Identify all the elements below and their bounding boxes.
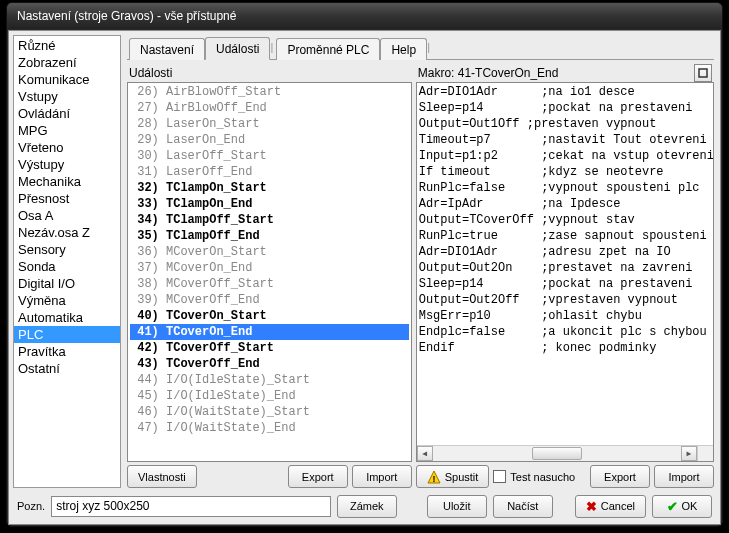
tab-události[interactable]: Události — [205, 37, 270, 60]
sidebar-item-ovládání[interactable]: Ovládání — [14, 105, 120, 122]
sidebar-item-pravítka[interactable]: Pravítka — [14, 343, 120, 360]
event-row[interactable]: 26) AirBlowOff_Start — [130, 84, 409, 100]
macro-export-button[interactable]: Export — [590, 465, 650, 488]
event-row[interactable]: 30) LaserOff_Start — [130, 148, 409, 164]
tab-strip: NastaveníUdálosti|Proměnné PLCHelp| — [127, 35, 714, 59]
macro-line[interactable]: Timeout=p7 ;nastavit Tout otevreni — [419, 132, 711, 148]
event-row[interactable]: 43) TCoverOff_End — [130, 356, 409, 372]
event-row[interactable]: 36) MCoverOn_Start — [130, 244, 409, 260]
ok-icon: ✔ — [667, 499, 678, 514]
macro-line[interactable]: Output=Out2On ;prestavet na zavreni — [419, 260, 711, 276]
macro-line[interactable]: Input=p1:p2 ;cekat na vstup otevreni — [419, 148, 711, 164]
sidebar-item-vřeteno[interactable]: Vřeteno — [14, 139, 120, 156]
macro-line[interactable]: Sleep=p14 ;pockat na prestaveni — [419, 100, 711, 116]
warning-icon: ! — [427, 470, 441, 484]
ok-button[interactable]: ✔ OK — [652, 495, 712, 518]
tab-help[interactable]: Help — [380, 38, 427, 60]
event-row[interactable]: 44) I/O(IdleState)_Start — [130, 372, 409, 388]
sidebar-item-komunikace[interactable]: Komunikace — [14, 71, 120, 88]
event-row[interactable]: 47) I/O(WaitState)_End — [130, 420, 409, 436]
macro-line[interactable]: Endplc=false ;a ukoncit plc s chybou — [419, 324, 711, 340]
cancel-button[interactable]: ✖ Cancel — [575, 495, 646, 518]
macro-line[interactable]: MsgErr=p10 ;ohlasit chybu — [419, 308, 711, 324]
event-row[interactable]: 37) MCoverOn_End — [130, 260, 409, 276]
event-row[interactable]: 29) LaserOn_End — [130, 132, 409, 148]
macro-line[interactable]: RunPlc=true ;zase sapnout spousteni — [419, 228, 711, 244]
note-label: Pozn. — [17, 500, 45, 512]
svg-text:!: ! — [432, 474, 435, 484]
sidebar-item-mpg[interactable]: MPG — [14, 122, 120, 139]
scroll-left-arrow[interactable]: ◀ — [417, 446, 433, 461]
event-row[interactable]: 39) MCoverOff_End — [130, 292, 409, 308]
event-row[interactable]: 42) TCoverOff_Start — [130, 340, 409, 356]
event-row[interactable]: 33) TClampOn_End — [130, 196, 409, 212]
sidebar-item-sensory[interactable]: Sensory — [14, 241, 120, 258]
svg-rect-0 — [699, 69, 707, 77]
macro-line[interactable]: If timeout ;kdyz se neotevre — [419, 164, 711, 180]
tab-proměnné plc[interactable]: Proměnné PLC — [276, 38, 380, 60]
scroll-track[interactable] — [433, 446, 681, 461]
cancel-icon: ✖ — [586, 499, 597, 514]
macro-line[interactable]: Output=TCoverOff ;vypnout stav — [419, 212, 711, 228]
sidebar-item-vstupy[interactable]: Vstupy — [14, 88, 120, 105]
macro-line[interactable]: Output=Out2Off ;vprestaven vypnout — [419, 292, 711, 308]
event-row[interactable]: 31) LaserOff_End — [130, 164, 409, 180]
sidebar-item-přesnost[interactable]: Přesnost — [14, 190, 120, 207]
sidebar-item-automatika[interactable]: Automatika — [14, 309, 120, 326]
scroll-corner — [697, 445, 713, 461]
event-row[interactable]: 38) MCoverOff_Start — [130, 276, 409, 292]
tab-nastavení[interactable]: Nastavení — [129, 38, 205, 60]
macro-header: Makro: 41-TCoverOn_End — [418, 66, 559, 80]
dryrun-checkbox[interactable] — [493, 470, 506, 483]
sidebar-item-výstupy[interactable]: Výstupy — [14, 156, 120, 173]
sidebar-item-plc[interactable]: PLC — [14, 326, 120, 343]
sidebar-item-různé[interactable]: Různé — [14, 37, 120, 54]
event-row[interactable]: 46) I/O(WaitState)_Start — [130, 404, 409, 420]
tab-separator: | — [427, 41, 433, 53]
event-row[interactable]: 28) LaserOn_Start — [130, 116, 409, 132]
macro-line[interactable]: RunPlc=false ;vypnout spousteni plc — [419, 180, 711, 196]
event-row[interactable]: 41) TCoverOn_End — [130, 324, 409, 340]
sidebar-item-ostatní[interactable]: Ostatní — [14, 360, 120, 377]
macro-code[interactable]: Adr=DIO1Adr ;na io1 desceSleep=p14 ;pock… — [416, 82, 714, 462]
load-button[interactable]: Načíst — [493, 495, 553, 518]
scroll-thumb[interactable] — [532, 447, 582, 460]
macro-line[interactable]: Adr=IpAdr ;na Ipdesce — [419, 196, 711, 212]
macro-run-button[interactable]: ! Spustit — [416, 465, 490, 488]
window-title: Nastavení (stroje Gravos) - vše přístupn… — [17, 9, 236, 23]
dialog-footer: Pozn. Zámek Uložit Načíst ✖ Cancel ✔ OK — [9, 488, 720, 524]
macro-line[interactable]: Endif ; konec podminky — [419, 340, 711, 356]
event-row[interactable]: 32) TClampOn_Start — [130, 180, 409, 196]
sidebar-item-osa a[interactable]: Osa A — [14, 207, 120, 224]
events-export-button[interactable]: Export — [288, 465, 348, 488]
macro-h-scrollbar[interactable]: ◀ ▶ — [417, 445, 697, 461]
scroll-right-arrow[interactable]: ▶ — [681, 446, 697, 461]
macro-import-button[interactable]: Import — [654, 465, 714, 488]
macro-line[interactable]: Adr=DIO1Adr ;na io1 desce — [419, 84, 711, 100]
events-list[interactable]: 26) AirBlowOff_Start 27) AirBlowOff_End … — [127, 82, 412, 462]
note-input[interactable] — [51, 496, 331, 517]
lock-button[interactable]: Zámek — [337, 495, 397, 518]
sidebar-item-zobrazení[interactable]: Zobrazení — [14, 54, 120, 71]
event-row[interactable]: 35) TClampOff_End — [130, 228, 409, 244]
sidebar-item-digital i/o[interactable]: Digital I/O — [14, 275, 120, 292]
sidebar-item-sonda[interactable]: Sonda — [14, 258, 120, 275]
events-import-button[interactable]: Import — [352, 465, 412, 488]
settings-sidebar[interactable]: RůznéZobrazeníKomunikaceVstupyOvládáníMP… — [13, 35, 121, 488]
save-button[interactable]: Uložit — [427, 495, 487, 518]
events-header: Události — [129, 66, 172, 80]
event-row[interactable]: 40) TCoverOn_Start — [130, 308, 409, 324]
maximize-icon — [698, 68, 708, 78]
macro-line[interactable]: Adr=DIO1Adr ;adresu zpet na IO — [419, 244, 711, 260]
macro-maximize-button[interactable] — [694, 64, 712, 82]
events-properties-button[interactable]: Vlastnosti — [127, 465, 197, 488]
sidebar-item-mechanika[interactable]: Mechanika — [14, 173, 120, 190]
macro-line[interactable]: Sleep=p14 ;pockat na prestaveni — [419, 276, 711, 292]
event-row[interactable]: 34) TClampOff_Start — [130, 212, 409, 228]
window-titlebar: Nastavení (stroje Gravos) - vše přístupn… — [7, 3, 722, 29]
event-row[interactable]: 45) I/O(IdleState)_End — [130, 388, 409, 404]
macro-line[interactable]: Output=Out1Off ;prestaven vypnout — [419, 116, 711, 132]
event-row[interactable]: 27) AirBlowOff_End — [130, 100, 409, 116]
sidebar-item-výměna[interactable]: Výměna — [14, 292, 120, 309]
sidebar-item-nezáv.osa z[interactable]: Nezáv.osa Z — [14, 224, 120, 241]
